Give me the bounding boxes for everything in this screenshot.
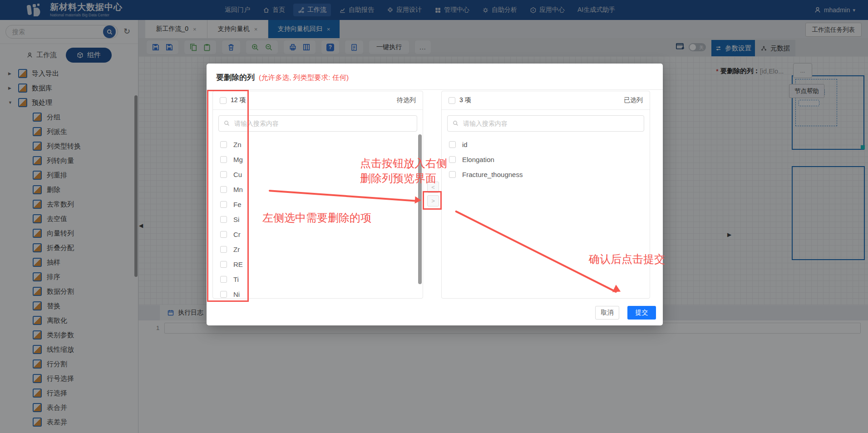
annotation-text-2: 删除列预览界面 bbox=[360, 171, 436, 186]
item-label: Fracture_thougness bbox=[462, 171, 523, 178]
annotation-text-1: 点击按钮放入右侧 bbox=[360, 156, 447, 171]
item-checkbox[interactable] bbox=[449, 156, 456, 163]
select-all-checkbox[interactable] bbox=[449, 97, 455, 104]
annotation-text-4: 确认后点击提交 bbox=[589, 252, 665, 266]
transfer-search-input[interactable] bbox=[447, 115, 644, 132]
divider bbox=[207, 89, 663, 90]
search-icon bbox=[452, 120, 459, 127]
item-label: id bbox=[462, 141, 468, 148]
item-count: 3 项 bbox=[459, 96, 471, 104]
transfer-panel-selected: 3 项 已选列 id Elongation bbox=[441, 91, 650, 299]
annotation-rect-left-column bbox=[207, 90, 249, 302]
submit-button[interactable]: 提交 bbox=[627, 306, 656, 320]
app-root: 新材料大数据中心 National materials Big Data Cen… bbox=[0, 0, 868, 433]
annotation-rect-move-button bbox=[423, 191, 442, 210]
annotation-arrowhead bbox=[414, 197, 421, 204]
transfer-search bbox=[447, 115, 644, 132]
cancel-button[interactable]: 取消 bbox=[595, 306, 619, 320]
dialog-title-note: (允许多选, 列类型要求: 任何) bbox=[259, 73, 349, 83]
dialog-title: 要删除的列 (允许多选, 列类型要求: 任何) bbox=[216, 72, 349, 83]
selected-items-list: id Elongation Fracture_thougness bbox=[442, 137, 650, 182]
dialog-title-text: 要删除的列 bbox=[216, 72, 255, 83]
panel-side-label: 待选列 bbox=[397, 96, 416, 104]
item-label: Elongation bbox=[462, 156, 494, 163]
transfer-item[interactable]: Fracture_thougness bbox=[442, 167, 650, 182]
cancel-label: 取消 bbox=[601, 309, 614, 317]
item-checkbox[interactable] bbox=[449, 141, 456, 148]
transfer-item[interactable]: id bbox=[442, 137, 650, 152]
transfer-panel-header: 3 项 已选列 bbox=[442, 91, 650, 110]
panel-side-label: 已选列 bbox=[624, 96, 643, 104]
annotation-text-3: 左侧选中需要删除的项 bbox=[262, 211, 371, 225]
item-checkbox[interactable] bbox=[449, 171, 456, 178]
submit-label: 提交 bbox=[636, 309, 648, 317]
transfer-item[interactable]: Elongation bbox=[442, 152, 650, 167]
